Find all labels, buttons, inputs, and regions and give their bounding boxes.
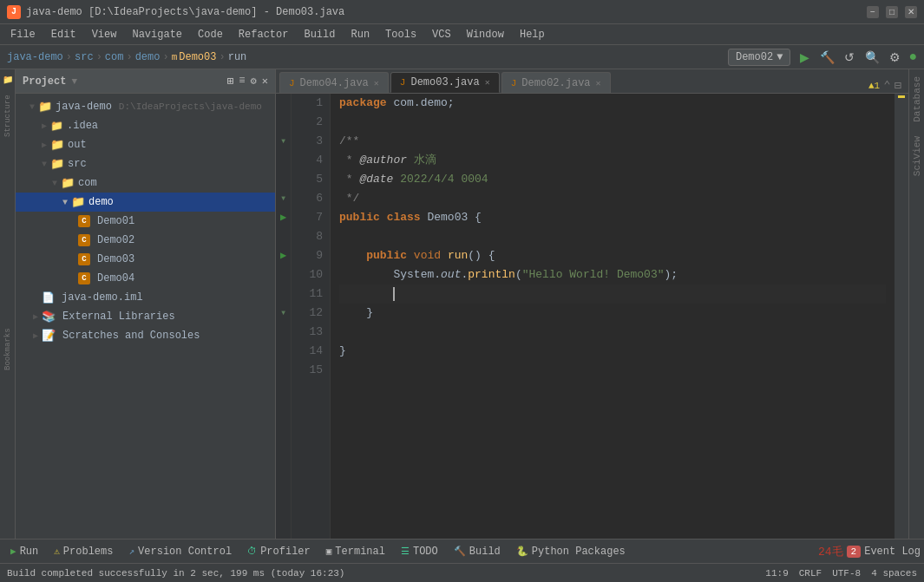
tab-demo04-close[interactable]: ✕: [374, 78, 379, 88]
profiler-button[interactable]: ⏱ Profiler: [240, 542, 318, 561]
tab-demo02-close[interactable]: ✕: [596, 78, 601, 88]
tab-bar: J Demo04.java ✕ J Demo03.java ✕ J Demo02…: [276, 69, 908, 94]
tree-item-scratches[interactable]: ▶ 📝 Scratches and Consoles: [16, 326, 275, 345]
gutter-line-9: ▶: [276, 246, 291, 265]
breadcrumb-project[interactable]: java-demo: [7, 51, 63, 63]
close-button[interactable]: ✕: [905, 6, 917, 18]
tree-item-iml[interactable]: 📄 java-demo.iml: [16, 288, 275, 307]
menu-item-navigate[interactable]: Navigate: [125, 27, 189, 43]
event-log-area: 24毛 2 Event Log: [818, 544, 921, 559]
run-tool-button[interactable]: ▶ Run: [3, 542, 45, 561]
gutter-line-6: ▾: [276, 189, 291, 208]
sort-icon[interactable]: ≡: [239, 75, 245, 88]
project-icon[interactable]: 📁: [1, 73, 15, 87]
tree-item-src[interactable]: ▼ 📁 src: [16, 154, 275, 173]
tree-item-idea[interactable]: ▶ 📁 .idea: [16, 116, 275, 135]
version-control-button[interactable]: ↗ Version Control: [121, 542, 239, 561]
build-button[interactable]: 🔨: [818, 49, 836, 66]
version-control-label: Version Control: [138, 546, 232, 558]
run-icon-9[interactable]: ▶: [280, 246, 286, 265]
problems-button[interactable]: ⚠ Problems: [47, 542, 120, 561]
lib-icon: 📚: [42, 310, 56, 324]
tree-item-demo01[interactable]: C Demo01: [16, 212, 275, 231]
menu-item-help[interactable]: Help: [513, 27, 552, 43]
project-tree: ▼ 📁 java-demo D:\IdeaProjects\java-demo …: [16, 94, 275, 539]
run-config-selector[interactable]: Demo02 ▼: [728, 49, 790, 66]
menu-item-tools[interactable]: Tools: [378, 27, 423, 43]
cursor-position[interactable]: 11:9: [765, 568, 788, 579]
fold-icon-6[interactable]: ▾: [280, 189, 286, 208]
code-editor[interactable]: package com.demo; /** * @author 水滴 * @da…: [331, 94, 895, 539]
expand-tab-icon[interactable]: ⌃: [883, 78, 890, 93]
avatar-icon[interactable]: ●: [908, 49, 917, 65]
breadcrumb-com[interactable]: com: [105, 51, 124, 63]
tab-file-icon: J: [289, 78, 295, 88]
expand-icon: ▼: [29, 102, 35, 112]
tab-demo04[interactable]: J Demo04.java ✕: [279, 72, 389, 93]
menu-item-window[interactable]: Window: [460, 27, 511, 43]
database-panel-label[interactable]: Database: [910, 69, 924, 129]
menu-item-edit[interactable]: Edit: [44, 27, 83, 43]
code-line-13: [339, 323, 886, 342]
tree-item-ext-libs[interactable]: ▶ 📚 External Libraries: [16, 307, 275, 326]
structure-icon[interactable]: Structure: [1, 90, 15, 142]
reload-button[interactable]: ↺: [841, 49, 858, 66]
tab-demo03-close[interactable]: ✕: [485, 77, 490, 88]
title-bar-controls[interactable]: − □ ✕: [867, 6, 917, 18]
breadcrumb-method[interactable]: run: [228, 51, 247, 63]
src-label: src: [68, 158, 87, 170]
editor-gutter: ▾ ▾ ▶ ▶ ▾: [276, 94, 292, 539]
root-label: java-demo: [56, 101, 112, 113]
tab-settings-icon[interactable]: ⊟: [895, 78, 901, 93]
menu-item-run[interactable]: Run: [344, 27, 377, 43]
tree-item-com[interactable]: ▼ 📁 com: [16, 173, 275, 193]
line-num-11: 11: [298, 284, 323, 304]
close-panel-icon[interactable]: ✕: [262, 75, 268, 88]
tree-item-demo04[interactable]: C Demo04: [16, 269, 275, 288]
menu-item-vcs[interactable]: VCS: [425, 27, 458, 43]
minimize-button[interactable]: −: [867, 6, 879, 18]
tree-item-demo03[interactable]: C Demo03: [16, 250, 275, 269]
bookmarks-icon[interactable]: Bookmarks: [1, 319, 15, 380]
sciview-panel-label[interactable]: SciView: [910, 129, 924, 183]
terminal-button[interactable]: ▣ Terminal: [319, 542, 392, 561]
indent-setting[interactable]: 4 spaces: [871, 568, 917, 579]
line-ending[interactable]: CRLF: [799, 568, 822, 579]
out-folder-icon: 📁: [50, 138, 64, 152]
fold-icon-12[interactable]: ▾: [280, 304, 286, 323]
event-log-label[interactable]: Event Log: [864, 546, 921, 558]
menu-item-refactor[interactable]: Refactor: [232, 27, 296, 43]
build-tool-button[interactable]: 🔨 Build: [447, 542, 508, 561]
breadcrumb-src[interactable]: src: [75, 51, 94, 63]
tree-item-root[interactable]: ▼ 📁 java-demo D:\IdeaProjects\java-demo: [16, 97, 275, 116]
settings-icon[interactable]: ⚙: [251, 75, 257, 88]
line-num-15: 15: [298, 361, 323, 380]
class-icon: C: [78, 234, 90, 246]
run-icon-7[interactable]: ▶: [280, 208, 286, 227]
code-line-10: System.out.println("Hello World! Demo03"…: [339, 265, 886, 284]
line-num-6: 6: [298, 189, 323, 208]
fold-icon-3[interactable]: ▾: [280, 132, 286, 151]
todo-button[interactable]: ☰ TODO: [394, 542, 445, 561]
settings-button[interactable]: ⚙: [886, 49, 903, 66]
breadcrumb-class[interactable]: mDemo03: [172, 51, 217, 63]
right-panels: Database SciView: [908, 69, 924, 539]
locate-icon[interactable]: ⊞: [227, 75, 233, 88]
charset[interactable]: UTF-8: [832, 568, 861, 579]
menu-item-build[interactable]: Build: [297, 27, 342, 43]
breadcrumb-demo[interactable]: demo: [135, 51, 161, 63]
menu-item-file[interactable]: File: [3, 27, 43, 43]
gutter-line-10: [276, 265, 291, 284]
run-button[interactable]: ▶: [796, 49, 813, 66]
maximize-button[interactable]: □: [886, 6, 898, 18]
menu-item-view[interactable]: View: [85, 27, 124, 43]
tree-item-demo[interactable]: ▼ 📁 demo: [16, 193, 275, 212]
dropdown-arrow[interactable]: ▼: [71, 76, 77, 87]
tab-demo03[interactable]: J Demo03.java ✕: [390, 72, 500, 93]
tree-item-out[interactable]: ▶ 📁 out: [16, 135, 275, 154]
tree-item-demo02[interactable]: C Demo02: [16, 231, 275, 250]
menu-item-code[interactable]: Code: [191, 27, 230, 43]
python-packages-button[interactable]: 🐍 Python Packages: [509, 542, 632, 561]
search-button[interactable]: 🔍: [863, 49, 881, 66]
tab-demo02[interactable]: J Demo02.java ✕: [501, 72, 611, 93]
